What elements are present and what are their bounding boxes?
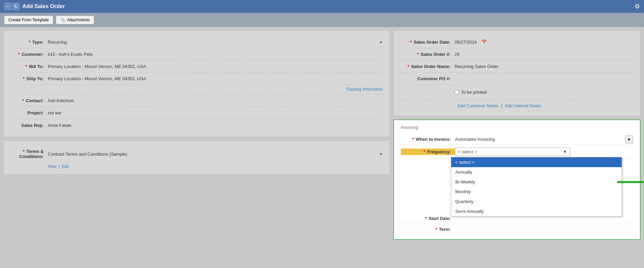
- customer-po-label: Customer PO #:: [400, 76, 455, 81]
- sales-order-num-label: * Sales Order #:: [400, 52, 455, 57]
- sales-order-date-row: * Sales Order Date: 09/27/2024 📅: [400, 36, 633, 48]
- term-row: * Term:: [401, 224, 633, 234]
- frequency-option-semi-annually[interactable]: Semi-Annually: [451, 206, 622, 216]
- sales-order-name-row: * Sales Order Name: Recurring Sales Orde…: [400, 61, 633, 73]
- when-to-invoice-row: * When to Invoice: Automated Invoicing +: [401, 134, 633, 145]
- frequency-row: * Frequency: < select > ▼ < select > Ann…: [401, 145, 633, 159]
- ship-to-row: * Ship To: Primary Location - Mount Vern…: [11, 73, 383, 85]
- toolbar: Create From Template 📎 Attachments: [0, 13, 644, 27]
- when-to-invoice-label: * When to Invoice:: [401, 137, 455, 142]
- attachments-button[interactable]: 📎 Attachments: [56, 16, 94, 24]
- term-label: * Term:: [401, 227, 455, 232]
- create-from-template-button[interactable]: Create From Template: [4, 16, 53, 24]
- add-customer-notes-link[interactable]: Add Customer Notes: [457, 103, 498, 108]
- ship-to-label: * Ship To:: [11, 76, 48, 81]
- sales-rep-field[interactable]: Amia Fatale: [48, 123, 383, 128]
- sales-rep-label: Sales Rep:: [11, 123, 48, 128]
- app-header: ← ↻ Add Sales Order ⚙: [0, 0, 644, 13]
- terms-dropdown-arrow: ▼: [379, 152, 383, 156]
- frequency-option-quarterly[interactable]: Quarterly: [451, 197, 622, 206]
- sales-order-date-label: * Sales Order Date:: [400, 40, 455, 45]
- sales-order-date-field: 09/27/2024 📅: [455, 40, 633, 45]
- bill-to-row: * Bill To: Primary Location - Mount Vern…: [11, 61, 383, 73]
- attachments-label: Attachments: [67, 18, 90, 22]
- invoicing-title: Invoicing: [401, 125, 633, 130]
- add-internal-notes-link[interactable]: Add Internal Notes: [505, 103, 541, 108]
- type-dropdown-arrow: ▼: [379, 40, 383, 44]
- ship-to-field[interactable]: Primary Location - Mount Vernon, ME 0435…: [48, 76, 383, 81]
- contact-row: * Contact: Ash Ketchum: [11, 95, 383, 107]
- frequency-option-monthly[interactable]: Monthly: [451, 187, 622, 197]
- arrow-indicator: [617, 179, 644, 185]
- customer-label: * Customer:: [11, 52, 48, 57]
- to-be-printed-checkbox[interactable]: [455, 90, 459, 94]
- to-be-printed-label: To be printed: [461, 90, 486, 95]
- back-button[interactable]: ←: [4, 3, 12, 10]
- frequency-option-annually[interactable]: Annually: [451, 167, 622, 177]
- add-button[interactable]: +: [625, 135, 633, 143]
- start-date-label: * Start Date:: [401, 216, 455, 221]
- bill-to-label: * Bill To:: [11, 64, 48, 69]
- settings-button[interactable]: ⚙: [635, 3, 640, 10]
- when-to-invoice-field[interactable]: Automated Invoicing: [455, 137, 633, 142]
- terms-separator: |: [59, 164, 60, 169]
- customer-row: * Customer: #10 - Ash's Exotic Pets: [11, 48, 383, 61]
- project-field[interactable]: not set: [48, 110, 383, 115]
- frequency-dropdown-menu: < select > Annually Bi-Weekly Monthly Qu…: [451, 157, 622, 217]
- to-be-printed-checkbox-row: To be printed: [455, 88, 486, 97]
- terms-label: * Terms & Conditions:: [11, 149, 48, 159]
- right-panel: * Sales Order Date: 09/27/2024 📅 * Sales…: [393, 30, 641, 240]
- tracking-information-link[interactable]: Tracking Information: [11, 86, 383, 93]
- paperclip-icon: 📎: [60, 18, 65, 22]
- terms-field[interactable]: Contract Terms and Conditions (Sample) ▼: [48, 152, 383, 157]
- sales-order-num-field[interactable]: 29: [455, 52, 633, 57]
- terms-row: * Terms & Conditions: Contract Terms and…: [11, 146, 383, 162]
- to-be-printed-row: To be printed: [400, 85, 633, 100]
- bill-to-field[interactable]: Primary Location - Mount Vernon, ME 0435…: [48, 64, 383, 69]
- contact-label: * Contact:: [11, 98, 48, 103]
- arrow-body: [617, 181, 644, 183]
- page-title: Add Sales Order: [22, 3, 65, 9]
- nav-buttons: ← ↻: [4, 3, 20, 10]
- notes-row: Add Customer Notes | Add Internal Notes: [400, 100, 633, 110]
- type-field[interactable]: Recurring ▼: [48, 40, 383, 45]
- frequency-option-biweekly[interactable]: Bi-Weekly: [451, 177, 622, 187]
- contact-field[interactable]: Ash Ketchum: [48, 98, 383, 103]
- create-from-template-label: Create From Template: [8, 18, 49, 22]
- customer-po-row: Customer PO #:: [400, 73, 633, 85]
- required-star: *: [29, 40, 30, 45]
- invoicing-card: Invoicing * When to Invoice: Automated I…: [393, 119, 641, 240]
- sales-order-num-row: * Sales Order #: 29: [400, 48, 633, 61]
- main-form-card: * Type: Recurring ▼ * Customer: #10 - As…: [3, 30, 390, 137]
- frequency-select[interactable]: < select > ▼: [455, 148, 570, 156]
- refresh-button[interactable]: ↻: [12, 3, 20, 10]
- terms-card: * Terms & Conditions: Contract Terms and…: [3, 140, 390, 175]
- header-left: ← ↻ Add Sales Order: [4, 3, 65, 10]
- notes-separator: |: [501, 103, 502, 108]
- type-label: * Type:: [11, 40, 48, 45]
- customer-field[interactable]: #10 - Ash's Exotic Pets: [48, 52, 383, 57]
- frequency-label: * Frequency:: [401, 149, 455, 155]
- sales-order-name-field[interactable]: Recurring Sales Order: [455, 64, 633, 69]
- edit-terms-link[interactable]: Edit: [62, 164, 69, 169]
- calendar-icon[interactable]: 📅: [481, 40, 487, 45]
- main-content: * Type: Recurring ▼ * Customer: #10 - As…: [0, 27, 644, 243]
- frequency-dropdown-arrow: ▼: [563, 149, 567, 154]
- project-label: Project:: [11, 110, 48, 115]
- type-row: * Type: Recurring ▼: [11, 36, 383, 48]
- terms-links: View | Edit: [48, 164, 383, 169]
- frequency-option-select[interactable]: < select >: [451, 157, 622, 167]
- sales-order-name-label: * Sales Order Name:: [400, 64, 455, 69]
- view-terms-link[interactable]: View: [48, 164, 57, 169]
- project-row: Project: not set: [11, 107, 383, 119]
- sales-rep-row: Sales Rep: Amia Fatale: [11, 119, 383, 131]
- right-top-card: * Sales Order Date: 09/27/2024 📅 * Sales…: [393, 30, 641, 116]
- left-panel: * Type: Recurring ▼ * Customer: #10 - As…: [3, 30, 390, 240]
